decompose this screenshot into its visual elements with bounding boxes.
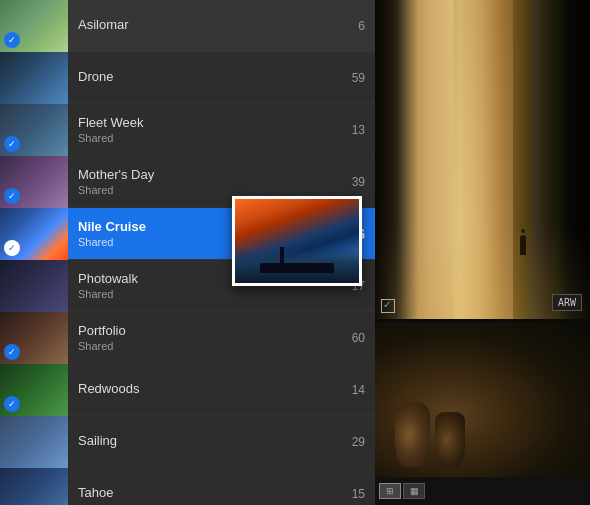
view-grid-large-button[interactable]	[403, 483, 425, 499]
thumb-mothersday: ✓	[0, 156, 68, 208]
check-icon-nilecruise: ✓	[4, 240, 20, 256]
item-name-tahoe: Tahoe	[78, 485, 341, 502]
thumb-sailing	[0, 416, 68, 468]
thumb-fleetweek: ✓	[0, 104, 68, 156]
item-count-redwoods: 14	[341, 383, 365, 397]
item-name-portfolio: Portfolio	[78, 323, 341, 340]
sidebar-item-sailing[interactable]: Sailing29	[0, 416, 375, 468]
item-info-sailing: Sailing	[68, 433, 341, 450]
item-count-mothersday: 39	[341, 175, 365, 189]
item-name-asilomar: Asilomar	[78, 17, 341, 34]
item-sub-mothersday: Shared	[78, 184, 341, 196]
sidebar-item-redwoods[interactable]: ✓Redwoods14	[0, 364, 375, 416]
sidebar-item-tahoe[interactable]: Tahoe15	[0, 468, 375, 505]
thumb-asilomar: ✓	[0, 0, 68, 52]
item-count-fleetweek: 13	[341, 123, 365, 137]
thumb-redwoods: ✓	[0, 364, 68, 416]
item-info-asilomar: Asilomar	[68, 17, 341, 34]
check-icon-portfolio: ✓	[4, 344, 20, 360]
item-info-fleetweek: Fleet WeekShared	[68, 115, 341, 145]
file-format-badge: ARW	[552, 294, 582, 311]
item-sub-photowalk: Shared	[78, 288, 341, 300]
photo-top-background	[375, 0, 590, 319]
badge-text: ARW	[558, 297, 576, 308]
item-name-sailing: Sailing	[78, 433, 341, 450]
sidebar-item-drone[interactable]: Drone59	[0, 52, 375, 104]
item-info-portfolio: PortfolioShared	[68, 323, 341, 353]
item-info-mothersday: Mother's DayShared	[68, 167, 341, 197]
item-name-drone: Drone	[78, 69, 341, 86]
check-icon-redwoods: ✓	[4, 396, 20, 412]
item-count-asilomar: 6	[341, 19, 365, 33]
thumb-nilecruise: ✓	[0, 208, 68, 260]
item-info-redwoods: Redwoods	[68, 381, 341, 398]
check-icon-asilomar: ✓	[4, 32, 20, 48]
thumb-drone	[0, 52, 68, 104]
item-count-tahoe: 15	[341, 487, 365, 501]
item-name-mothersday: Mother's Day	[78, 167, 341, 184]
album-preview-popup	[232, 196, 362, 286]
sidebar-item-portfolio[interactable]: ✓PortfolioShared60	[0, 312, 375, 364]
check-icon-mothersday: ✓	[4, 188, 20, 204]
item-sub-fleetweek: Shared	[78, 132, 341, 144]
item-count-drone: 59	[341, 71, 365, 85]
item-name-fleetweek: Fleet Week	[78, 115, 341, 132]
item-count-sailing: 29	[341, 435, 365, 449]
filmstrip-bar	[375, 477, 590, 505]
main-photo-bottom	[375, 322, 590, 477]
preview-ship-silhouette	[250, 248, 344, 273]
item-info-tahoe: Tahoe	[68, 485, 341, 502]
hallway-overlay	[375, 0, 590, 319]
item-count-portfolio: 60	[341, 331, 365, 345]
person-in-photo	[520, 235, 526, 255]
photo-bottom-background	[375, 322, 590, 477]
item-name-redwoods: Redwoods	[78, 381, 341, 398]
item-sub-portfolio: Shared	[78, 340, 341, 352]
item-info-drone: Drone	[68, 69, 341, 86]
sidebar-item-asilomar[interactable]: ✓Asilomar6	[0, 0, 375, 52]
view-grid-small-button[interactable]	[379, 483, 401, 499]
photo-checkbox[interactable]	[381, 299, 395, 313]
main-photo-top: ARW	[375, 0, 590, 319]
thumb-portfolio: ✓	[0, 312, 68, 364]
thumb-photowalk	[0, 260, 68, 312]
check-icon-fleetweek: ✓	[4, 136, 20, 152]
right-panel: ARW	[375, 0, 590, 505]
sidebar-item-fleetweek[interactable]: ✓Fleet WeekShared13	[0, 104, 375, 156]
thumb-tahoe	[0, 468, 68, 506]
